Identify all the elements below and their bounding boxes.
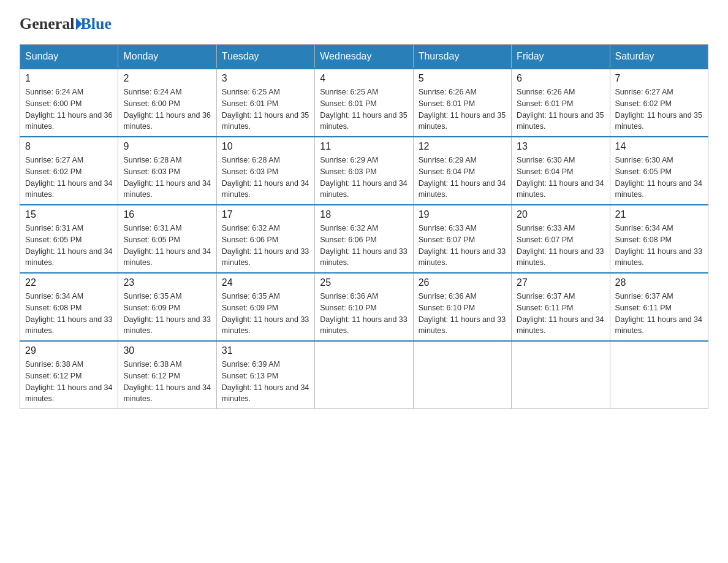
calendar-week-4: 22 Sunrise: 6:34 AM Sunset: 6:08 PM Dayl…	[20, 273, 708, 341]
calendar-cell: 25 Sunrise: 6:36 AM Sunset: 6:10 PM Dayl…	[315, 273, 413, 341]
day-info: Sunrise: 6:37 AM Sunset: 6:11 PM Dayligh…	[517, 291, 604, 337]
day-number: 28	[615, 277, 703, 288]
day-number: 3	[222, 73, 309, 84]
day-info: Sunrise: 6:36 AM Sunset: 6:10 PM Dayligh…	[320, 291, 408, 337]
day-info: Sunrise: 6:39 AM Sunset: 6:13 PM Dayligh…	[222, 359, 309, 405]
day-number: 23	[123, 277, 211, 288]
day-number: 7	[615, 73, 703, 84]
calendar-cell: 15 Sunrise: 6:31 AM Sunset: 6:05 PM Dayl…	[20, 205, 118, 273]
calendar-cell: 16 Sunrise: 6:31 AM Sunset: 6:05 PM Dayl…	[118, 205, 216, 273]
calendar-week-1: 1 Sunrise: 6:24 AM Sunset: 6:00 PM Dayli…	[20, 69, 708, 137]
day-info: Sunrise: 6:31 AM Sunset: 6:05 PM Dayligh…	[25, 223, 113, 269]
day-info: Sunrise: 6:33 AM Sunset: 6:07 PM Dayligh…	[419, 223, 506, 269]
header-wednesday: Wednesday	[315, 45, 413, 69]
calendar-cell	[610, 341, 708, 409]
day-info: Sunrise: 6:35 AM Sunset: 6:09 PM Dayligh…	[222, 291, 309, 337]
day-info: Sunrise: 6:26 AM Sunset: 6:01 PM Dayligh…	[517, 86, 604, 132]
calendar-cell: 9 Sunrise: 6:28 AM Sunset: 6:03 PM Dayli…	[118, 137, 216, 205]
day-number: 6	[517, 73, 604, 84]
day-info: Sunrise: 6:24 AM Sunset: 6:00 PM Dayligh…	[123, 86, 211, 132]
calendar-cell: 14 Sunrise: 6:30 AM Sunset: 6:05 PM Dayl…	[610, 137, 708, 205]
calendar-cell: 23 Sunrise: 6:35 AM Sunset: 6:09 PM Dayl…	[118, 273, 216, 341]
day-number: 4	[320, 73, 408, 84]
logo-general: General	[20, 15, 75, 33]
day-number: 21	[615, 209, 703, 220]
day-info: Sunrise: 6:29 AM Sunset: 6:04 PM Dayligh…	[419, 155, 506, 201]
day-info: Sunrise: 6:30 AM Sunset: 6:05 PM Dayligh…	[615, 155, 703, 201]
calendar-cell: 20 Sunrise: 6:33 AM Sunset: 6:07 PM Dayl…	[512, 205, 610, 273]
calendar-cell	[413, 341, 511, 409]
calendar-cell: 18 Sunrise: 6:32 AM Sunset: 6:06 PM Dayl…	[315, 205, 413, 273]
calendar-week-2: 8 Sunrise: 6:27 AM Sunset: 6:02 PM Dayli…	[20, 137, 708, 205]
day-info: Sunrise: 6:38 AM Sunset: 6:12 PM Dayligh…	[123, 359, 211, 405]
calendar-cell: 19 Sunrise: 6:33 AM Sunset: 6:07 PM Dayl…	[413, 205, 511, 273]
calendar-cell: 1 Sunrise: 6:24 AM Sunset: 6:00 PM Dayli…	[20, 69, 118, 137]
calendar-cell: 22 Sunrise: 6:34 AM Sunset: 6:08 PM Dayl…	[20, 273, 118, 341]
header-tuesday: Tuesday	[216, 45, 314, 69]
day-number: 27	[517, 277, 604, 288]
day-info: Sunrise: 6:32 AM Sunset: 6:06 PM Dayligh…	[222, 223, 309, 269]
day-info: Sunrise: 6:32 AM Sunset: 6:06 PM Dayligh…	[320, 223, 408, 269]
calendar-cell: 13 Sunrise: 6:30 AM Sunset: 6:04 PM Dayl…	[512, 137, 610, 205]
day-info: Sunrise: 6:38 AM Sunset: 6:12 PM Dayligh…	[25, 359, 113, 405]
calendar-cell: 3 Sunrise: 6:25 AM Sunset: 6:01 PM Dayli…	[216, 69, 314, 137]
day-number: 13	[517, 141, 604, 152]
day-info: Sunrise: 6:25 AM Sunset: 6:01 PM Dayligh…	[222, 86, 309, 132]
calendar-cell: 11 Sunrise: 6:29 AM Sunset: 6:03 PM Dayl…	[315, 137, 413, 205]
logo-blue: Blue	[81, 15, 112, 33]
calendar-cell	[512, 341, 610, 409]
calendar-cell: 24 Sunrise: 6:35 AM Sunset: 6:09 PM Dayl…	[216, 273, 314, 341]
day-number: 31	[222, 345, 309, 356]
day-info: Sunrise: 6:37 AM Sunset: 6:11 PM Dayligh…	[615, 291, 703, 337]
day-number: 26	[419, 277, 506, 288]
day-info: Sunrise: 6:26 AM Sunset: 6:01 PM Dayligh…	[419, 86, 506, 132]
page-header: General Blue	[20, 15, 708, 32]
header-thursday: Thursday	[413, 45, 511, 69]
day-number: 30	[123, 345, 211, 356]
calendar-cell: 4 Sunrise: 6:25 AM Sunset: 6:01 PM Dayli…	[315, 69, 413, 137]
calendar-cell: 29 Sunrise: 6:38 AM Sunset: 6:12 PM Dayl…	[20, 341, 118, 409]
logo-text: General Blue	[20, 15, 112, 33]
calendar-table: Sunday Monday Tuesday Wednesday Thursday…	[20, 44, 708, 409]
calendar-cell: 27 Sunrise: 6:37 AM Sunset: 6:11 PM Dayl…	[512, 273, 610, 341]
day-info: Sunrise: 6:33 AM Sunset: 6:07 PM Dayligh…	[517, 223, 604, 269]
day-number: 15	[25, 209, 113, 220]
calendar-cell: 2 Sunrise: 6:24 AM Sunset: 6:00 PM Dayli…	[118, 69, 216, 137]
day-number: 9	[123, 141, 211, 152]
day-info: Sunrise: 6:36 AM Sunset: 6:10 PM Dayligh…	[419, 291, 506, 337]
day-info: Sunrise: 6:25 AM Sunset: 6:01 PM Dayligh…	[320, 86, 408, 132]
day-info: Sunrise: 6:34 AM Sunset: 6:08 PM Dayligh…	[25, 291, 113, 337]
day-number: 16	[123, 209, 211, 220]
calendar-cell: 10 Sunrise: 6:28 AM Sunset: 6:03 PM Dayl…	[216, 137, 314, 205]
day-info: Sunrise: 6:27 AM Sunset: 6:02 PM Dayligh…	[25, 155, 113, 201]
day-number: 20	[517, 209, 604, 220]
calendar-cell: 30 Sunrise: 6:38 AM Sunset: 6:12 PM Dayl…	[118, 341, 216, 409]
day-number: 2	[123, 73, 211, 84]
header-friday: Friday	[512, 45, 610, 69]
day-number: 5	[419, 73, 506, 84]
day-number: 8	[25, 141, 113, 152]
calendar-cell: 5 Sunrise: 6:26 AM Sunset: 6:01 PM Dayli…	[413, 69, 511, 137]
day-info: Sunrise: 6:28 AM Sunset: 6:03 PM Dayligh…	[123, 155, 211, 201]
day-info: Sunrise: 6:35 AM Sunset: 6:09 PM Dayligh…	[123, 291, 211, 337]
day-info: Sunrise: 6:28 AM Sunset: 6:03 PM Dayligh…	[222, 155, 309, 201]
calendar-header-row: Sunday Monday Tuesday Wednesday Thursday…	[20, 45, 708, 69]
logo: General Blue	[20, 15, 112, 32]
day-info: Sunrise: 6:27 AM Sunset: 6:02 PM Dayligh…	[615, 86, 703, 132]
day-number: 1	[25, 73, 113, 84]
day-number: 24	[222, 277, 309, 288]
day-number: 18	[320, 209, 408, 220]
calendar-cell: 7 Sunrise: 6:27 AM Sunset: 6:02 PM Dayli…	[610, 69, 708, 137]
day-number: 29	[25, 345, 113, 356]
header-monday: Monday	[118, 45, 216, 69]
calendar-cell: 31 Sunrise: 6:39 AM Sunset: 6:13 PM Dayl…	[216, 341, 314, 409]
header-sunday: Sunday	[20, 45, 118, 69]
day-info: Sunrise: 6:31 AM Sunset: 6:05 PM Dayligh…	[123, 223, 211, 269]
day-number: 22	[25, 277, 113, 288]
day-info: Sunrise: 6:30 AM Sunset: 6:04 PM Dayligh…	[517, 155, 604, 201]
calendar-week-5: 29 Sunrise: 6:38 AM Sunset: 6:12 PM Dayl…	[20, 341, 708, 409]
header-saturday: Saturday	[610, 45, 708, 69]
day-number: 17	[222, 209, 309, 220]
day-number: 19	[419, 209, 506, 220]
calendar-cell: 26 Sunrise: 6:36 AM Sunset: 6:10 PM Dayl…	[413, 273, 511, 341]
